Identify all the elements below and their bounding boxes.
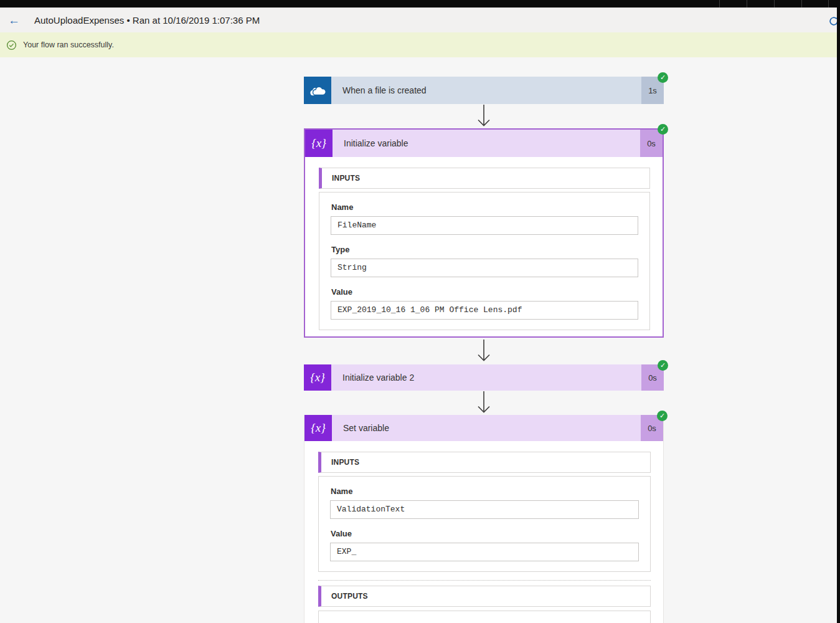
- field-label: Value: [331, 287, 638, 297]
- variable-icon: {x}: [305, 130, 333, 157]
- outputs-content: [318, 611, 651, 623]
- step-header[interactable]: When a file is created 1s: [304, 77, 664, 104]
- run-header: ← AutoUploadExpenses • Ran at 10/16/2019…: [0, 7, 840, 32]
- step-title: Initialize variable 2: [331, 364, 641, 391]
- field-value: FileName: [331, 216, 638, 235]
- flow-connector: [304, 104, 664, 128]
- tab-separator: [719, 0, 720, 7]
- window-edge-bar: [837, 0, 840, 623]
- down-arrow-icon: [476, 105, 492, 128]
- field-value: String: [331, 259, 638, 277]
- inputs-heading: INPUTS: [331, 458, 359, 467]
- back-arrow-icon[interactable]: ←: [8, 14, 20, 26]
- field-name: Name FileName: [331, 202, 638, 235]
- step-duration: 0s: [640, 130, 663, 157]
- field-label: Type: [331, 245, 638, 254]
- field-name: Name ValidationText: [330, 487, 639, 519]
- inputs-fields: Name ValidationText Value EXP_: [318, 476, 651, 572]
- tab-separator: [801, 0, 802, 7]
- field-label: Name: [331, 202, 638, 212]
- tab-separator: [747, 0, 747, 7]
- field-label: Value: [331, 529, 639, 538]
- flow-canvas: ✓ When a file is created: [0, 57, 840, 623]
- field-label: Name: [331, 487, 639, 496]
- step-title: When a file is created: [331, 77, 641, 104]
- inputs-section-header: INPUTS: [319, 168, 650, 189]
- status-succeeded-badge: ✓: [658, 72, 668, 83]
- browser-tab-strip: [0, 0, 840, 7]
- step-details: INPUTS Name FileName Type String Value E…: [305, 157, 663, 336]
- variable-icon: {x}: [304, 364, 331, 391]
- step-set-variable: ✓ {x} Set variable 0s INPUTS Name Valida…: [304, 415, 664, 623]
- field-value-row: Value EXP_: [330, 529, 639, 561]
- status-succeeded-badge: ✓: [658, 124, 668, 135]
- field-value: ValidationText: [330, 500, 639, 519]
- field-value: EXP_: [330, 543, 639, 561]
- step-header[interactable]: {x} Initialize variable 2 0s: [304, 364, 664, 391]
- down-arrow-icon: [476, 391, 492, 414]
- tab-separator: [828, 0, 829, 7]
- success-banner-text: Your flow ran successfully.: [23, 40, 114, 49]
- inputs-fields: Name FileName Type String Value EXP_2019…: [319, 192, 650, 330]
- success-banner: Your flow ran successfully.: [0, 32, 840, 57]
- variable-icon: {x}: [304, 415, 332, 441]
- inputs-heading: INPUTS: [332, 174, 360, 183]
- step-initialize-variable-2: ✓ {x} Initialize variable 2 0s: [304, 364, 664, 391]
- step-title: Set variable: [332, 415, 641, 441]
- step-header[interactable]: {x} Set variable 0s: [304, 415, 663, 441]
- step-when-a-file-is-created: ✓ When a file is created: [304, 77, 664, 104]
- field-type: Type String: [331, 245, 638, 277]
- page-title: AutoUploadExpenses • Ran at 10/16/2019 1…: [34, 15, 260, 26]
- step-header[interactable]: {x} Initialize variable 0s: [305, 130, 663, 157]
- outputs-section-header: OUTPUTS: [318, 586, 651, 607]
- field-value-row: Value EXP_2019_10_16 1_06 PM Office Lens…: [331, 287, 638, 320]
- onedrive-icon: [304, 77, 331, 104]
- step-details: INPUTS Name ValidationText Value EXP_ OU…: [304, 441, 663, 623]
- status-succeeded-badge: ✓: [658, 360, 668, 371]
- flow-connector: [304, 391, 664, 415]
- flow-connector: [304, 338, 664, 364]
- tab-separator: [774, 0, 775, 7]
- down-arrow-icon: [476, 340, 492, 363]
- field-value: EXP_2019_10_16 1_06 PM Office Lens.pdf: [331, 301, 638, 320]
- status-succeeded-badge: ✓: [657, 411, 668, 421]
- inputs-section-header: INPUTS: [318, 452, 651, 473]
- step-initialize-variable: ✓ {x} Initialize variable 0s INPUTS Name…: [304, 128, 664, 338]
- step-title: Initialize variable: [333, 130, 640, 157]
- outputs-section: OUTPUTS: [318, 580, 651, 623]
- check-circle-icon: [6, 40, 17, 50]
- outputs-heading: OUTPUTS: [331, 592, 368, 601]
